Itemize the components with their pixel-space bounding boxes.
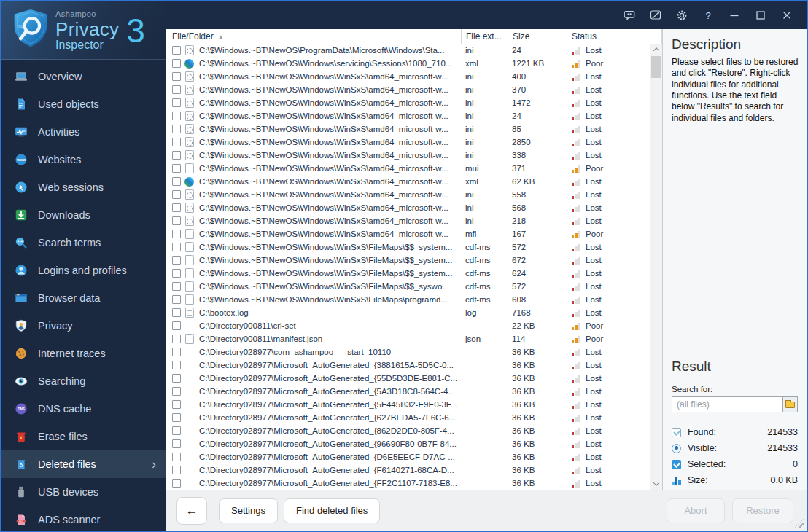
row-checkbox[interactable] [172, 46, 181, 55]
table-row[interactable]: C:\Directory028977\Microsoft_AutoGenerat… [166, 424, 650, 437]
sidebar-item-logins-and-profiles[interactable]: Logins and profiles [1, 257, 166, 284]
sidebar-item-browser-data[interactable]: Browser data [1, 284, 166, 312]
table-row[interactable]: C:\$Windows.~BT\NewOS\Windows\WinSxS\amd… [166, 109, 650, 122]
sidebar-item-ads-scanner[interactable]: ADSADS scanner [1, 506, 166, 532]
table-row[interactable]: C:\bootex.loglog7168Lost [166, 306, 650, 319]
scroll-up-arrow[interactable] [650, 44, 662, 55]
help-icon[interactable]: ? [697, 6, 719, 25]
row-checkbox[interactable] [172, 151, 181, 160]
close-icon[interactable] [776, 6, 798, 25]
row-checkbox[interactable] [172, 164, 181, 173]
table-row[interactable]: C:\Directory028977\Microsoft_AutoGenerat… [166, 398, 650, 411]
sidebar-item-privacy[interactable]: Privacy [1, 312, 166, 340]
row-checkbox[interactable] [172, 439, 181, 448]
settings-gear-icon[interactable] [671, 6, 693, 25]
table-row[interactable]: C:\Directory028977\Microsoft_AutoGenerat… [166, 463, 650, 477]
row-checkbox[interactable] [172, 387, 181, 396]
row-checkbox[interactable] [172, 125, 181, 133]
search-input[interactable] [672, 396, 798, 412]
column-header-size[interactable]: Size [508, 29, 567, 44]
column-header-file-folder[interactable]: File/Folder ▲ [166, 29, 461, 44]
find-deleted-files-button[interactable]: Find deleted files [284, 498, 380, 523]
table-row[interactable]: C:\$Windows.~BT\NewOS\Windows\WinSxS\Fil… [166, 267, 650, 280]
table-row[interactable]: C:\Directory028977\Microsoft_AutoGenerat… [166, 385, 650, 398]
sidebar-item-usb-devices[interactable]: USB devices [1, 478, 166, 506]
column-header-status[interactable]: Status [567, 29, 662, 44]
sidebar-item-downloads[interactable]: Downloads [1, 201, 166, 229]
row-checkbox[interactable] [172, 335, 181, 343]
table-row[interactable]: C:\$Windows.~BT\NewOS\Windows\WinSxS\amd… [166, 122, 650, 136]
table-row[interactable]: C:\$Windows.~BT\NewOS\Windows\WinSxS\amd… [166, 136, 650, 149]
table-row[interactable]: C:\$Windows.~BT\NewOS\Windows\WinSxS\amd… [166, 188, 650, 201]
sidebar-item-search-terms[interactable]: Search terms [1, 229, 166, 257]
resize-grip[interactable] [795, 519, 804, 528]
table-row[interactable]: C:\$Windows.~BT\NewOS\Windows\WinSxS\amd… [166, 162, 650, 175]
row-checkbox[interactable] [172, 453, 181, 461]
table-row[interactable]: C:\Directory028977\Microsoft_AutoGenerat… [166, 372, 650, 385]
row-checkbox[interactable] [172, 361, 181, 369]
column-header-file-ext[interactable]: File ext... [461, 29, 508, 44]
table-row[interactable]: C:\Directory028977\com_ashampoo___start_… [166, 345, 650, 359]
sidebar-item-searching[interactable]: Searching [1, 367, 166, 395]
row-checkbox[interactable] [172, 308, 181, 317]
sidebar-item-dns-cache[interactable]: DNSDNS cache [1, 395, 166, 423]
row-checkbox[interactable] [172, 321, 181, 330]
sidebar-item-web-sessions[interactable]: Web sessions [1, 173, 166, 201]
maximize-icon[interactable] [750, 6, 772, 25]
row-checkbox[interactable] [172, 295, 181, 304]
table-row[interactable]: C:\$Windows.~BT\NewOS\Windows\WinSxS\amd… [166, 83, 650, 96]
row-checkbox[interactable] [172, 190, 181, 199]
table-row[interactable]: C:\$Windows.~BT\NewOS\ProgramData\Micros… [166, 44, 650, 57]
back-button[interactable]: ← [176, 497, 207, 525]
table-row[interactable]: C:\$Windows.~BT\NewOS\Windows\WinSxS\Fil… [166, 254, 650, 267]
table-row[interactable]: C:\$Windows.~BT\NewOS\Windows\WinSxS\amd… [166, 70, 650, 83]
row-checkbox[interactable] [172, 348, 181, 356]
row-checkbox[interactable] [172, 216, 181, 225]
scrollbar-thumb[interactable] [651, 56, 661, 78]
minimize-icon[interactable] [723, 6, 745, 25]
row-checkbox[interactable] [172, 479, 181, 488]
row-checkbox[interactable] [172, 374, 181, 383]
table-row[interactable]: C:\$Windows.~BT\NewOS\Windows\WinSxS\Fil… [166, 280, 650, 293]
table-row[interactable]: C:\$Windows.~BT\NewOS\Windows\WinSxS\amd… [166, 149, 650, 162]
row-checkbox[interactable] [172, 256, 181, 265]
table-row[interactable]: C:\$Windows.~BT\NewOS\Windows\servicing\… [166, 57, 650, 70]
row-checkbox[interactable] [172, 177, 181, 186]
table-row[interactable]: C:\Directory000811\manifest.jsonjson114P… [166, 332, 650, 345]
row-checkbox[interactable] [172, 230, 181, 238]
sidebar-item-erase-files[interactable]: Erase files [1, 423, 166, 450]
table-row[interactable]: C:\Directory028977\Microsoft_AutoGenerat… [166, 359, 650, 372]
sidebar-item-internet-traces[interactable]: Internet traces [1, 340, 166, 367]
row-checkbox[interactable] [172, 98, 181, 107]
row-checkbox[interactable] [172, 85, 181, 94]
row-checkbox[interactable] [172, 269, 181, 278]
row-checkbox[interactable] [172, 426, 181, 435]
table-row[interactable]: C:\Directory028977\Microsoft_AutoGenerat… [166, 477, 650, 490]
table-row[interactable]: C:\$Windows.~BT\NewOS\Windows\WinSxS\Fil… [166, 240, 650, 254]
edit-note-icon[interactable] [645, 6, 667, 25]
table-row[interactable]: C:\$Windows.~BT\NewOS\Windows\WinSxS\amd… [166, 214, 650, 227]
table-row[interactable]: C:\$Windows.~BT\NewOS\Windows\WinSxS\Fil… [166, 293, 650, 306]
row-checkbox[interactable] [172, 72, 181, 81]
table-row[interactable]: C:\$Windows.~BT\NewOS\Windows\WinSxS\amd… [166, 201, 650, 214]
vertical-scrollbar[interactable] [650, 44, 662, 490]
scroll-down-arrow[interactable] [650, 478, 662, 490]
row-checkbox[interactable] [172, 466, 181, 474]
table-row[interactable]: C:\$Windows.~BT\NewOS\Windows\WinSxS\amd… [166, 227, 650, 240]
row-checkbox[interactable] [172, 243, 181, 251]
row-checkbox[interactable] [172, 282, 181, 291]
row-checkbox[interactable] [172, 203, 181, 212]
sidebar-item-deleted-files[interactable]: Deleted files› [1, 450, 166, 478]
sidebar-item-overview[interactable]: Overview [1, 63, 166, 90]
settings-button[interactable]: Settings [219, 498, 278, 523]
restore-button[interactable]: Restore [732, 498, 793, 523]
row-checkbox[interactable] [172, 59, 181, 68]
row-checkbox[interactable] [172, 112, 181, 120]
row-checkbox[interactable] [172, 413, 181, 422]
abort-button[interactable]: Abort [667, 498, 725, 523]
table-row[interactable]: C:\Directory028977\Microsoft_AutoGenerat… [166, 437, 650, 450]
browse-folder-button[interactable] [782, 397, 797, 412]
row-checkbox[interactable] [172, 400, 181, 409]
sidebar-item-used-objects[interactable]: Used objects [1, 90, 166, 118]
feedback-icon[interactable]: ** [618, 6, 640, 25]
